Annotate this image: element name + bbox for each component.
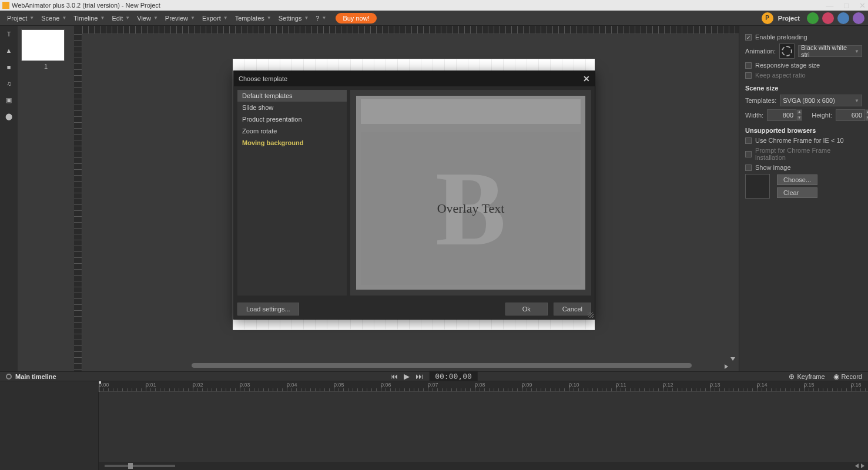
width-down-icon[interactable]: ▼ xyxy=(796,115,802,121)
timeline-label: Main timeline xyxy=(15,373,56,380)
tool-rail: T ▲ ■ ♫ ▣ ⬤ xyxy=(0,26,18,371)
templates-select[interactable]: SVGA (800 x 600)▼ xyxy=(780,95,862,106)
show-image-checkbox[interactable] xyxy=(745,164,752,171)
timeline-scroll-right-icon[interactable] xyxy=(861,464,864,468)
record-button[interactable]: ◉Record xyxy=(833,372,862,381)
enable-preloading-checkbox[interactable] xyxy=(745,34,752,41)
audio-tool-icon[interactable]: ♫ xyxy=(4,79,14,88)
choose-image-button[interactable]: Choose... xyxy=(777,174,817,185)
timeline-tick: 0:05 xyxy=(334,382,344,388)
image-tool-icon[interactable]: ▲ xyxy=(4,46,14,55)
ruler-horizontal[interactable] xyxy=(82,26,739,34)
timeline-tick: 0:14 xyxy=(757,382,768,388)
project-mode-icon[interactable]: P xyxy=(762,12,773,24)
maximize-icon[interactable]: □ xyxy=(844,1,849,10)
timeline-tick: 0:10 xyxy=(569,382,579,388)
timeline-tick: 0:04 xyxy=(287,382,297,388)
timeline-tracks-panel xyxy=(0,381,99,470)
timeline-tick: 0:06 xyxy=(381,382,391,388)
cancel-button[interactable]: Cancel xyxy=(554,303,591,315)
scroll-right-icon[interactable] xyxy=(725,364,728,369)
timeline: 0:000:010:020:030:040:050:060:070:080:09… xyxy=(0,381,868,470)
clear-image-button[interactable]: Clear xyxy=(777,187,817,198)
menu-export[interactable]: Export▼ xyxy=(199,13,232,24)
ok-button[interactable]: Ok xyxy=(505,303,548,315)
template-preview: B Overlay Text xyxy=(350,90,591,296)
width-input[interactable] xyxy=(767,109,796,121)
timeline-tick: 0:07 xyxy=(428,382,438,388)
keyframe-button[interactable]: ⊕Keyframe xyxy=(789,372,825,381)
mode-red-icon[interactable] xyxy=(822,12,834,24)
project-label: Project xyxy=(778,15,800,22)
titlebar: WebAnimator plus 3.0.2 (trial version) -… xyxy=(0,0,868,11)
animation-select[interactable]: Black with white stri▼ xyxy=(798,45,862,57)
timeline-tick: 0:02 xyxy=(193,382,203,388)
height-down-icon[interactable]: ▼ xyxy=(865,115,868,121)
timeline-ruler[interactable]: 0:000:010:020:030:040:050:060:070:080:09… xyxy=(99,381,868,392)
timeline-zoom-slider[interactable] xyxy=(105,465,175,467)
keepaspect-label: Keep aspect ratio xyxy=(755,72,806,79)
timeline-tick: 0:12 xyxy=(663,382,673,388)
template-list: Default templates Slide showProduct pres… xyxy=(237,90,347,296)
menubar: Project▼Scene▼Timeline▼Edit▼View▼Preview… xyxy=(0,11,868,26)
mode-blue-icon[interactable] xyxy=(837,12,849,24)
timeline-tick: 0:00 xyxy=(99,382,109,388)
keyframe-icon: ⊕ xyxy=(789,372,795,381)
canvas-scrollbar[interactable] xyxy=(192,363,692,368)
height-input[interactable] xyxy=(836,109,865,121)
mode-purple-icon[interactable] xyxy=(853,12,864,24)
template-item[interactable]: Slide show xyxy=(237,102,347,113)
close-window-icon[interactable]: ✕ xyxy=(859,1,866,10)
menu-settings[interactable]: Settings▼ xyxy=(275,13,313,24)
responsive-checkbox[interactable] xyxy=(745,62,752,69)
resize-grip-icon[interactable] xyxy=(588,312,594,318)
video-tool-icon[interactable]: ■ xyxy=(4,62,14,72)
skip-back-icon[interactable]: ⏮ xyxy=(390,372,398,381)
timeline-tick: 0:15 xyxy=(804,382,815,388)
menu-edit[interactable]: Edit▼ xyxy=(108,13,133,24)
animation-preview-icon xyxy=(779,43,795,59)
menu-templates[interactable]: Templates▼ xyxy=(232,13,275,24)
menu-scene[interactable]: Scene▼ xyxy=(38,13,70,24)
record-icon: ◉ xyxy=(833,372,839,381)
window-title: WebAnimator plus 3.0.2 (trial version) -… xyxy=(12,2,160,9)
timeline-tick: 0:16 xyxy=(851,382,862,388)
template-item[interactable]: Moving background xyxy=(237,137,347,149)
timeline-track-area[interactable] xyxy=(99,392,868,462)
animation-label: Animation: xyxy=(745,48,776,55)
ruler-corner xyxy=(74,26,82,34)
scroll-down-icon[interactable] xyxy=(730,357,735,361)
skip-forward-icon[interactable]: ⏭ xyxy=(415,372,423,381)
scene-thumbnail[interactable] xyxy=(21,29,65,61)
template-item[interactable]: Product presentation xyxy=(237,113,347,125)
app-logo-icon xyxy=(2,2,9,9)
ruler-vertical[interactable] xyxy=(74,34,82,371)
play-icon[interactable]: ▶ xyxy=(404,372,410,381)
dialog-close-icon[interactable]: ✕ xyxy=(583,74,590,83)
prompt-install-checkbox[interactable] xyxy=(745,151,752,157)
menu-project[interactable]: Project▼ xyxy=(4,13,38,24)
layers-tool-icon[interactable]: ▣ xyxy=(4,95,14,105)
load-settings-button[interactable]: Load settings... xyxy=(237,303,299,315)
minimize-icon[interactable]: — xyxy=(826,1,833,10)
scene-size-heading: Scene size xyxy=(745,85,862,92)
enable-preloading-label: Enable preloading xyxy=(755,33,807,41)
timeline-scroll-left-icon[interactable] xyxy=(855,464,859,468)
dialog-title: Choose template xyxy=(239,75,287,82)
mode-green-icon[interactable] xyxy=(807,12,819,24)
menu-timeline[interactable]: Timeline▼ xyxy=(70,13,108,24)
timeline-target-icon[interactable] xyxy=(6,374,12,380)
template-item[interactable]: Zoom rotate xyxy=(237,125,347,137)
keepaspect-checkbox[interactable] xyxy=(745,72,752,79)
choose-template-dialog: Choose template ✕ Default templates Slid… xyxy=(233,70,595,320)
buy-now-button[interactable]: Buy now! xyxy=(336,13,376,24)
menu-[interactable]: ?▼ xyxy=(312,13,330,24)
template-category[interactable]: Default templates xyxy=(237,90,347,102)
shapes-tool-icon[interactable]: ⬤ xyxy=(4,112,14,121)
text-tool-icon[interactable]: T xyxy=(4,29,14,39)
menu-preview[interactable]: Preview▼ xyxy=(162,13,199,24)
height-up-icon[interactable]: ▲ xyxy=(865,109,868,115)
width-up-icon[interactable]: ▲ xyxy=(796,109,802,115)
chrome-frame-checkbox[interactable] xyxy=(745,137,752,144)
menu-view[interactable]: View▼ xyxy=(133,13,162,24)
